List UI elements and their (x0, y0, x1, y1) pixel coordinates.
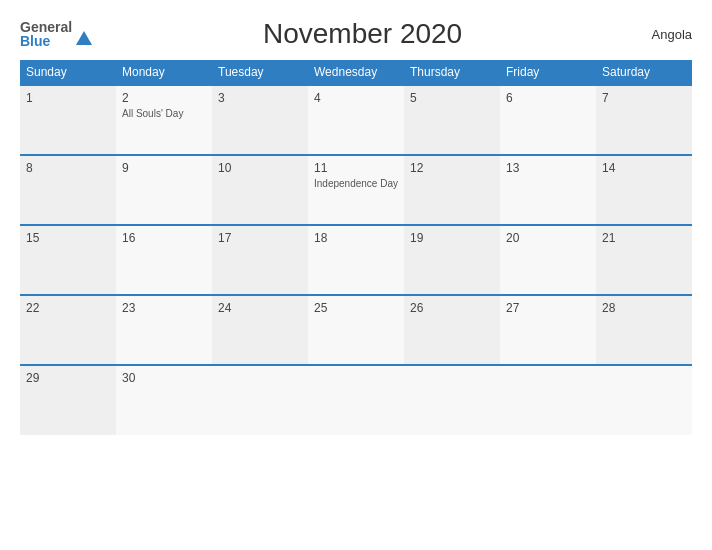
day-number: 6 (506, 91, 590, 105)
calendar-cell: 6 (500, 85, 596, 155)
calendar-cell: 4 (308, 85, 404, 155)
calendar-cell: 8 (20, 155, 116, 225)
header: General Blue November 2020 Angola (20, 18, 692, 50)
calendar-week-row: 2930 (20, 365, 692, 435)
holiday-label: Independence Day (314, 177, 398, 190)
day-number: 20 (506, 231, 590, 245)
calendar-cell (500, 365, 596, 435)
day-number: 28 (602, 301, 686, 315)
day-number: 18 (314, 231, 398, 245)
calendar-cell: 16 (116, 225, 212, 295)
header-saturday: Saturday (596, 60, 692, 85)
day-number: 5 (410, 91, 494, 105)
day-number: 21 (602, 231, 686, 245)
calendar-week-row: 891011Independence Day121314 (20, 155, 692, 225)
day-number: 23 (122, 301, 206, 315)
calendar-cell: 13 (500, 155, 596, 225)
calendar-cell: 25 (308, 295, 404, 365)
calendar-cell: 18 (308, 225, 404, 295)
calendar-table: Sunday Monday Tuesday Wednesday Thursday… (20, 60, 692, 435)
day-number: 29 (26, 371, 110, 385)
logo-blue-text: Blue (20, 34, 72, 48)
day-number: 16 (122, 231, 206, 245)
calendar-cell: 15 (20, 225, 116, 295)
header-thursday: Thursday (404, 60, 500, 85)
calendar-week-row: 22232425262728 (20, 295, 692, 365)
calendar-cell: 24 (212, 295, 308, 365)
header-monday: Monday (116, 60, 212, 85)
calendar-cell: 5 (404, 85, 500, 155)
day-number: 26 (410, 301, 494, 315)
header-friday: Friday (500, 60, 596, 85)
calendar-week-row: 15161718192021 (20, 225, 692, 295)
calendar-cell: 23 (116, 295, 212, 365)
calendar-cell (404, 365, 500, 435)
day-number: 4 (314, 91, 398, 105)
calendar-week-row: 12All Souls' Day34567 (20, 85, 692, 155)
day-number: 14 (602, 161, 686, 175)
calendar-cell: 11Independence Day (308, 155, 404, 225)
country-label: Angola (632, 27, 692, 42)
calendar-cell: 28 (596, 295, 692, 365)
day-number: 13 (506, 161, 590, 175)
header-sunday: Sunday (20, 60, 116, 85)
calendar-cell: 26 (404, 295, 500, 365)
day-number: 10 (218, 161, 302, 175)
day-number: 7 (602, 91, 686, 105)
month-title: November 2020 (93, 18, 632, 50)
logo-triangle-icon (75, 29, 93, 47)
day-number: 25 (314, 301, 398, 315)
day-number: 17 (218, 231, 302, 245)
calendar-cell: 29 (20, 365, 116, 435)
day-number: 11 (314, 161, 398, 175)
header-tuesday: Tuesday (212, 60, 308, 85)
day-number: 27 (506, 301, 590, 315)
calendar-cell: 20 (500, 225, 596, 295)
logo-general-text: General (20, 20, 72, 34)
calendar-cell: 30 (116, 365, 212, 435)
svg-marker-0 (76, 31, 92, 45)
day-number: 30 (122, 371, 206, 385)
calendar-cell (308, 365, 404, 435)
calendar-cell: 12 (404, 155, 500, 225)
day-number: 12 (410, 161, 494, 175)
header-wednesday: Wednesday (308, 60, 404, 85)
day-number: 19 (410, 231, 494, 245)
day-number: 3 (218, 91, 302, 105)
calendar-cell: 2All Souls' Day (116, 85, 212, 155)
holiday-label: All Souls' Day (122, 107, 206, 120)
day-number: 1 (26, 91, 110, 105)
calendar-cell: 9 (116, 155, 212, 225)
calendar-cell: 3 (212, 85, 308, 155)
day-number: 8 (26, 161, 110, 175)
calendar-cell: 17 (212, 225, 308, 295)
calendar-cell: 7 (596, 85, 692, 155)
calendar-cell: 1 (20, 85, 116, 155)
day-number: 15 (26, 231, 110, 245)
logo: General Blue (20, 20, 93, 48)
calendar-cell: 14 (596, 155, 692, 225)
calendar-cell: 19 (404, 225, 500, 295)
weekday-header-row: Sunday Monday Tuesday Wednesday Thursday… (20, 60, 692, 85)
calendar-cell: 21 (596, 225, 692, 295)
day-number: 24 (218, 301, 302, 315)
calendar-cell: 22 (20, 295, 116, 365)
calendar-page: General Blue November 2020 Angola Sunday… (0, 0, 712, 550)
day-number: 2 (122, 91, 206, 105)
calendar-cell (212, 365, 308, 435)
day-number: 9 (122, 161, 206, 175)
day-number: 22 (26, 301, 110, 315)
calendar-cell (596, 365, 692, 435)
calendar-cell: 27 (500, 295, 596, 365)
calendar-cell: 10 (212, 155, 308, 225)
